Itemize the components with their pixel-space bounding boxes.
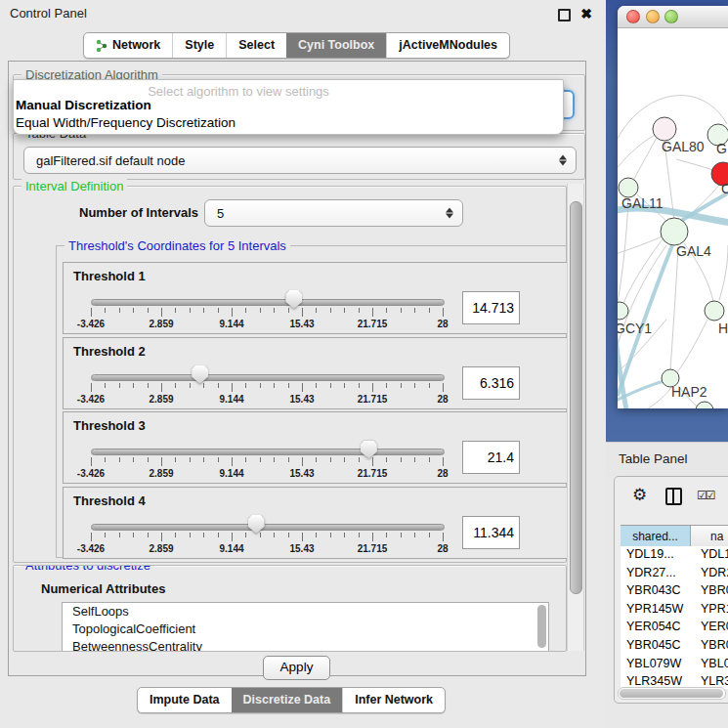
threshold-slider-thumb[interactable]: [192, 365, 208, 384]
tab-style[interactable]: Style: [172, 33, 226, 58]
popup-item-equal-width-frequency[interactable]: Equal Width/Frequency Discretization: [16, 115, 236, 130]
network-node[interactable]: [696, 402, 713, 408]
select-columns-icon[interactable]: ☑☑: [697, 489, 714, 502]
tick-label: 9.144: [219, 394, 243, 405]
panel-title: Control Panel: [0, 6, 87, 21]
column-header-name[interactable]: na: [691, 526, 728, 546]
network-canvas[interactable]: GAL80GCGAL11GAL4GCY1HHAP2: [618, 28, 728, 408]
network-edge[interactable]: [670, 247, 678, 370]
threshold-panel: Threshold 4 -3.4262.8599.14415.4321.7152…: [63, 487, 570, 559]
network-node-gal11[interactable]: [619, 178, 638, 197]
network-edge[interactable]: [618, 133, 659, 175]
popup-item-manual-discretization[interactable]: Manual Discretization: [16, 98, 151, 112]
network-edge[interactable]: [719, 245, 728, 300]
tick-label: 15.43: [289, 394, 314, 405]
tab-infer-network[interactable]: Infer Network: [342, 688, 445, 712]
apply-button[interactable]: Apply: [263, 656, 330, 680]
combo-arrows-icon: [446, 208, 453, 219]
threshold-slider-track[interactable]: [91, 374, 445, 381]
table-row[interactable]: YBL079WYBL0: [621, 656, 728, 674]
window-minimize-icon[interactable]: [646, 10, 660, 23]
table-row[interactable]: YDR27...YDR2: [621, 565, 728, 583]
threshold-value-field[interactable]: [462, 516, 520, 549]
float-panel-icon[interactable]: [558, 9, 571, 21]
settings-vertical-scrollbar[interactable]: [567, 184, 584, 651]
window-close-icon[interactable]: [626, 10, 640, 23]
threshold-panel: Threshold 3 -3.4262.8599.14415.4321.7152…: [63, 411, 570, 484]
table-row[interactable]: YER054CYER0: [621, 619, 728, 637]
threshold-label: Threshold 2: [73, 344, 146, 359]
attributes-list-scrollbar[interactable]: [537, 605, 546, 648]
threshold-slider-thumb[interactable]: [285, 290, 302, 309]
threshold-value-field[interactable]: [462, 366, 520, 400]
table-data-combo[interactable]: galFiltered.sif default node: [23, 147, 577, 174]
interval-definition-group: Interval Definition Number of Intervals …: [13, 186, 567, 563]
table-horizontal-scrollbar[interactable]: [618, 687, 726, 700]
threshold-slider-track[interactable]: [91, 449, 445, 455]
tick-label: 21.715: [358, 319, 388, 329]
tab-label: Network: [112, 34, 160, 57]
network-edge[interactable]: [647, 386, 672, 408]
scrollbar-thumb[interactable]: [620, 689, 723, 698]
tab-impute-data[interactable]: Impute Data: [138, 688, 232, 712]
node-label: GAL4: [676, 243, 711, 259]
cytoscape-desktop: GAL80GCGAL11GAL4GCY1HHAP2 Table Panel ⚙ …: [606, 0, 728, 728]
gear-icon[interactable]: ⚙: [632, 485, 647, 505]
tick-label: 28: [437, 468, 448, 479]
column-header-shared-name[interactable]: shared...: [621, 526, 691, 546]
tab-label: Discretize Data: [243, 689, 331, 711]
tab-cyni-toolbox[interactable]: Cyni Toolbox: [286, 33, 386, 58]
columns-icon[interactable]: [665, 488, 682, 505]
cell-shared-name: YBR043C: [626, 583, 681, 597]
tick-label: 21.715: [358, 543, 388, 554]
cell-shared-name: YDL19...: [626, 547, 674, 561]
cell-shared-name: YBR045C: [626, 638, 681, 652]
network-view-window[interactable]: GAL80GCGAL11GAL4GCY1HHAP2: [618, 6, 728, 408]
table-toolbar: ⚙ ☑☑: [615, 477, 728, 520]
tab-select[interactable]: Select: [226, 33, 286, 58]
tab-jactivemnodules[interactable]: jActiveMNodules: [386, 33, 509, 58]
network-node-gal4[interactable]: [661, 218, 688, 245]
node-label: GCY1: [618, 321, 652, 336]
attribute-item[interactable]: SelfLoops: [63, 603, 548, 621]
application-window: Control Panel ✖ NetworkStyleSelectCyni T…: [0, 0, 728, 728]
tab-label: Style: [185, 34, 214, 57]
table-row[interactable]: YBR045CYBR0: [621, 637, 728, 656]
cell-shared-name: YBL079W: [626, 657, 681, 670]
network-window-titlebar[interactable]: [618, 6, 728, 28]
number-of-intervals-combo[interactable]: 5: [204, 199, 463, 227]
scrollbar-thumb[interactable]: [570, 201, 582, 594]
attribute-item[interactable]: TopologicalCoefficient: [63, 621, 548, 638]
network-node-gal80[interactable]: [653, 117, 676, 141]
tab-label: Select: [238, 34, 275, 57]
control-panel-tabs: NetworkStyleSelectCyni ToolboxjActiveMNo…: [83, 32, 510, 59]
network-icon: [96, 39, 107, 52]
tick-label: 21.715: [358, 468, 388, 479]
network-edge[interactable]: [632, 138, 657, 183]
close-panel-icon[interactable]: ✖: [580, 0, 592, 27]
threshold-value-field[interactable]: [462, 441, 520, 474]
window-zoom-icon[interactable]: [664, 10, 678, 23]
network-edge[interactable]: [676, 320, 707, 373]
control-panel: Control Panel ✖ NetworkStyleSelectCyni T…: [0, 0, 606, 728]
tab-label: jActiveMNodules: [399, 34, 497, 57]
threshold-slider-track[interactable]: [91, 524, 445, 531]
threshold-slider-track[interactable]: [91, 299, 445, 306]
slider-tick-labels: -3.4262.8599.14415.4321.71528: [91, 468, 443, 480]
network-node-h[interactable]: [705, 301, 724, 321]
tab-network[interactable]: Network: [84, 33, 172, 58]
table-row[interactable]: YDL19...YDL1: [621, 546, 728, 565]
threshold-value-field[interactable]: [462, 291, 520, 324]
table-row[interactable]: YPR145WYPR1: [621, 601, 728, 620]
numerical-attributes-list[interactable]: SelfLoopsTopologicalCoefficientBetweenne…: [62, 602, 549, 652]
cell-name: YDR2: [701, 566, 728, 579]
node-label: HAP2: [671, 384, 707, 400]
combo-arrows-icon: [559, 155, 567, 166]
tab-discretize-data[interactable]: Discretize Data: [232, 688, 343, 712]
table-row[interactable]: YBR043CYBR0: [621, 582, 728, 601]
threshold-slider-thumb[interactable]: [361, 440, 377, 458]
attribute-item[interactable]: BetweennessCentrality: [63, 638, 548, 652]
popup-hint-text: Select algorithm to view settings: [14, 84, 463, 99]
threshold-slider-thumb[interactable]: [248, 515, 265, 534]
cyni-mode-tabs: Impute DataDiscretize DataInfer Network: [137, 687, 446, 713]
